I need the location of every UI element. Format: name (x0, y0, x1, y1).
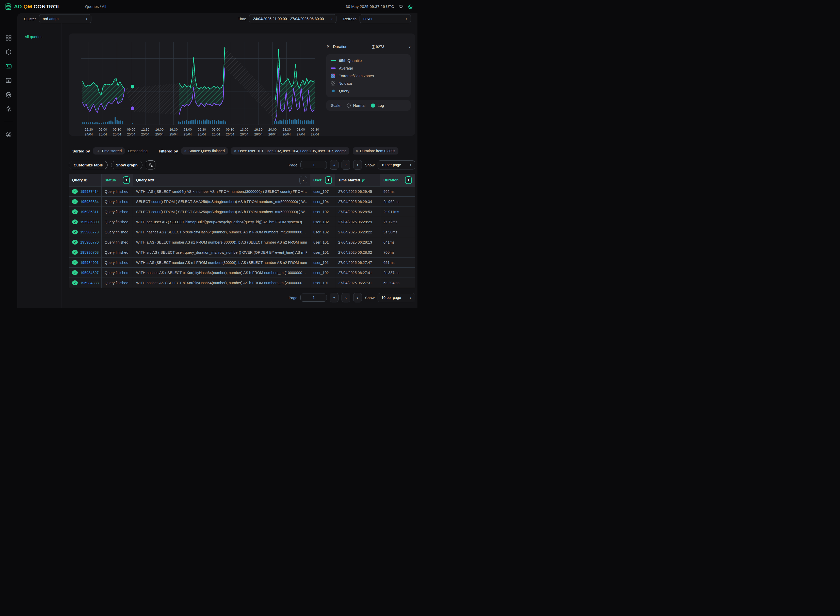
first-page-button[interactable]: « (330, 160, 338, 170)
legend-item-no-data[interactable]: No data (331, 81, 406, 85)
sort-direction[interactable]: Descending (128, 149, 147, 153)
query-count-bar (96, 122, 97, 124)
query-id-link[interactable]: 195986779 (80, 230, 99, 234)
duration-cell: 5s 50ms (380, 227, 415, 237)
customize-table-button[interactable]: Customize table (69, 161, 108, 169)
remove-filter-icon[interactable]: × (184, 149, 186, 153)
sidebar-item-settings-gear-icon[interactable] (5, 106, 12, 112)
query-text-cell[interactable]: WITH hashes AS ( SELECT bitXor(cityHash6… (133, 227, 310, 237)
close-icon[interactable]: ✕ (326, 44, 330, 49)
query-id-link[interactable]: 195986800 (80, 220, 99, 224)
sidebar-item-profile-icon[interactable] (5, 131, 12, 138)
query-finished-check-icon: ✔ (72, 240, 78, 245)
scale-option-log[interactable]: Log (371, 103, 384, 107)
sidebar-item-dashboard-icon[interactable] (5, 35, 12, 41)
breadcrumb[interactable]: Queries / All (85, 4, 106, 9)
legend-item-95th-quantile[interactable]: 95th Quantile (331, 58, 406, 63)
query-id-link[interactable]: 195984897 (80, 271, 99, 275)
legend-item-extreme-calm-zones[interactable]: Extreme/Calm zones (331, 73, 406, 78)
query-text-cell[interactable]: WITH hashes AS ( SELECT bitXor(cityHash6… (133, 278, 310, 288)
query-id-link[interactable]: 195986770 (80, 240, 99, 244)
filter-button[interactable] (405, 176, 412, 184)
query-text-cell[interactable]: WITH per_user AS ( SELECT bitmapBuild(gr… (133, 217, 310, 227)
query-id-link[interactable]: 195986811 (80, 210, 99, 214)
query-count-bar (112, 122, 113, 124)
page-input[interactable] (300, 293, 327, 302)
query-text-cell[interactable]: WITH a AS (SELECT number AS n1 FROM numb… (133, 237, 310, 247)
cluster-select[interactable]: red-adqm › (39, 14, 91, 23)
chevron-right-icon[interactable]: › (409, 44, 410, 49)
filter-button[interactable] (325, 176, 332, 184)
reset-sort-icon[interactable]: ↺ (96, 149, 99, 153)
user-cell: user_101 (310, 237, 335, 247)
query-text-cell[interactable]: SELECT count() FROM ( SELECT SHA256(toSt… (133, 197, 310, 207)
sidebar-item-queries-terminal-icon[interactable] (5, 63, 12, 69)
show-label: Show (365, 296, 375, 300)
query-text-cell[interactable]: WITH t AS ( SELECT rand64() AS k, number… (133, 186, 310, 197)
query-id-link[interactable]: 195987414 (80, 189, 99, 194)
table-row: ✔195986779Query finishedWITH hashes AS (… (69, 227, 415, 237)
sort-descending-icon[interactable] (362, 179, 366, 182)
query-text-cell[interactable]: WITH hashes AS ( SELECT bitXor(cityHash6… (133, 268, 310, 278)
next-page-button[interactable]: › (353, 293, 362, 302)
remove-filter-icon[interactable]: × (356, 149, 358, 153)
next-page-button[interactable]: › (353, 160, 362, 170)
query-text: SELECT count() FROM ( SELECT SHA256(toSt… (136, 199, 307, 204)
prev-page-button[interactable]: ‹ (341, 160, 350, 170)
reset-filters-button[interactable] (146, 160, 155, 170)
query-finished-check-icon: ✔ (72, 230, 78, 235)
status-cell: Query finished (102, 247, 133, 258)
query-id-link[interactable]: 195984901 (80, 261, 99, 265)
query-id-link[interactable]: 195984888 (80, 281, 99, 285)
sidebar-item-tables-icon[interactable] (5, 77, 12, 84)
sort-chip[interactable]: ↺ Time started (93, 147, 125, 154)
dark-theme-moon-icon[interactable] (408, 4, 413, 9)
query-count-bar (307, 120, 309, 124)
per-page-select[interactable]: 10 per page› (378, 160, 415, 170)
light-theme-sun-icon[interactable] (398, 4, 404, 9)
query-count-bar (208, 120, 209, 124)
query-count-bar (214, 120, 215, 124)
sidebar-item-access-key-icon[interactable] (5, 91, 12, 98)
subnav-item-all-queries[interactable]: All queries (25, 35, 61, 39)
query-id-link[interactable]: 195986768 (80, 251, 99, 254)
expand-column-button[interactable]: › (299, 176, 307, 184)
query-text-cell[interactable]: WITH a AS (SELECT number AS n1 FROM numb… (133, 258, 310, 268)
legend-item-average[interactable]: Average (331, 66, 406, 70)
filter-chip[interactable]: ×Status: Query finished (181, 147, 228, 154)
filter-chip[interactable]: ×User: user_101, user_102, user_104, uae… (231, 147, 349, 154)
status-cell: Query finished (102, 186, 133, 197)
legend-item-query[interactable]: Query (331, 89, 406, 93)
filter-chip[interactable]: ×Duration: from 0.309s (353, 147, 399, 154)
query-count-bar (118, 120, 119, 124)
query-count-bar (201, 120, 202, 124)
page-input[interactable] (300, 161, 327, 169)
first-page-button[interactable]: « (330, 293, 338, 302)
chevron-right-icon: › (403, 16, 407, 21)
radio-checked-icon[interactable] (371, 104, 375, 107)
table-row: ✔195984901Query finishedWITH a AS (SELEC… (69, 258, 415, 268)
query-text-cell[interactable]: WITH src AS ( SELECT user, query_duratio… (133, 247, 310, 258)
scale-option-normal[interactable]: Normal (347, 103, 365, 107)
remove-filter-icon[interactable]: × (234, 149, 236, 153)
query-count-bar (225, 122, 226, 124)
query-text: SELECT count() FROM ( SELECT SHA256(toSt… (136, 210, 307, 214)
query-text-cell[interactable]: SELECT count() FROM ( SELECT SHA256(toSt… (133, 207, 310, 217)
duration-chart-plot[interactable] (81, 42, 315, 125)
table-row: ✔195986811Query finishedSELECT count() F… (69, 207, 415, 217)
per-page-select[interactable]: 10 per page› (378, 293, 415, 302)
scale-switcher: Scale: NormalLog (326, 100, 410, 111)
table-row: ✔195984888Query finishedWITH hashes AS (… (69, 278, 415, 288)
query-id-link[interactable]: 195986864 (80, 199, 99, 204)
filter-button[interactable] (123, 176, 130, 184)
status-cell: Query finished (102, 207, 133, 217)
radio-unchecked-icon[interactable] (347, 104, 351, 107)
table-controls: Customize table Show graph Page«‹›Show10… (69, 160, 415, 170)
refresh-select[interactable]: never › (360, 14, 411, 23)
sidebar-item-cluster-hexagon-icon[interactable] (5, 49, 12, 55)
show-graph-button[interactable]: Show graph (111, 161, 143, 169)
prev-page-button[interactable]: ‹ (341, 293, 350, 302)
time-range-select[interactable]: 24/04/2025 21:00:00 - 27/04/2025 06:30:0… (249, 14, 337, 23)
x-tick-label: 13:00 26/04 (240, 128, 249, 137)
app-logo[interactable]: AD.QMCONTROL (4, 3, 61, 10)
